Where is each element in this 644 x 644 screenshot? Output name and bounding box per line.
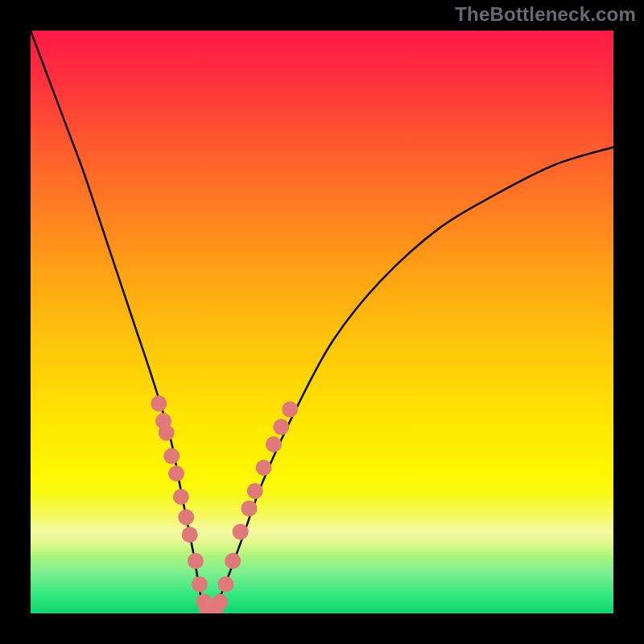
data-marker [163,448,180,464]
data-marker [192,576,208,592]
data-marker [182,526,198,543]
marker-group [151,395,298,613]
data-marker [256,460,272,476]
data-marker [266,436,282,452]
data-marker [173,489,189,505]
attribution-text: TheBottleneck.com [455,3,636,26]
data-marker [159,425,175,441]
data-marker [218,576,234,592]
data-marker [273,419,289,435]
bottleneck-curve [31,31,613,613]
data-marker [242,501,258,517]
data-marker [225,553,241,569]
data-marker [188,553,204,569]
data-marker [168,465,184,481]
data-marker [282,402,298,418]
data-marker [151,395,167,411]
chart-stage: TheBottleneck.com [0,0,644,644]
data-marker [247,483,263,499]
data-marker [178,510,194,526]
data-marker [212,594,228,610]
data-marker [233,524,249,540]
curve-layer [31,31,613,613]
plot-area [31,31,613,613]
